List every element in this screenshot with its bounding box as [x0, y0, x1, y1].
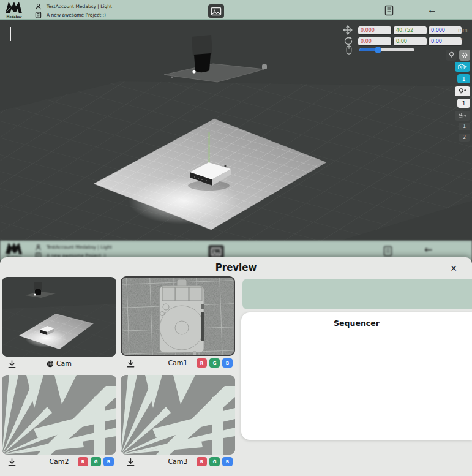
camera-plus-icon — [458, 64, 468, 70]
image-icon — [211, 7, 222, 16]
gear-plus-icon — [458, 112, 467, 119]
image-icon — [211, 247, 222, 257]
rotation-y-input[interactable] — [394, 37, 427, 45]
lightbulb-icon — [448, 51, 455, 59]
cam2-red-button[interactable]: R — [78, 457, 88, 466]
cam1-thumbnail — [122, 278, 235, 356]
gallery-button — [208, 245, 224, 259]
gallery-button[interactable] — [208, 4, 224, 18]
account-label: TestAccount Medabsy | Light — [47, 4, 112, 9]
add-setting-button[interactable] — [455, 111, 470, 121]
position-unit: mm — [458, 28, 468, 33]
document-icon — [384, 5, 394, 16]
rotation-z-input[interactable] — [429, 37, 462, 45]
user-icon — [35, 244, 42, 251]
cam2-tile: Cam2 R G B — [2, 375, 116, 469]
settings-view-button[interactable] — [459, 50, 470, 61]
light-view-button[interactable] — [446, 50, 457, 61]
viewport-canvas[interactable] — [0, 20, 472, 241]
cam3-blue-button[interactable]: B — [222, 457, 233, 466]
position-z-input[interactable] — [429, 26, 462, 34]
cam-scene-thumbnail — [2, 277, 116, 357]
preview-modal: Preview ✕ — [0, 257, 472, 476]
cam1-tile: Cam1 R G B — [121, 276, 235, 371]
cam3-green-button[interactable]: G — [209, 457, 220, 466]
cam2-placeholder — [2, 375, 116, 455]
project-menu[interactable]: A new awesome Project :) — [35, 11, 106, 18]
cam-label-row: Cam — [2, 358, 116, 371]
rotation-unit: ° — [460, 38, 463, 43]
app-window: Medabsy TestAccount Medabsy | Light A ne… — [0, 0, 472, 476]
project-label: A new awesome Project :) — [47, 12, 106, 18]
document-icon — [383, 246, 392, 257]
close-button[interactable]: ✕ — [448, 261, 460, 276]
position-x-input[interactable] — [358, 26, 391, 34]
cam3-placeholder — [121, 375, 235, 455]
add-light-button[interactable] — [455, 86, 470, 96]
back-button: ← — [424, 244, 440, 257]
project-icon — [35, 12, 42, 18]
text-caret — [10, 27, 11, 41]
setting-1-button[interactable]: 1 — [459, 123, 470, 130]
zoom-slider-fill — [359, 48, 376, 51]
cam3-rgb-group: R G B — [197, 457, 233, 466]
medabsy-logo-icon — [5, 242, 23, 254]
cam1-green-button[interactable]: G — [209, 358, 220, 368]
notes-button[interactable] — [383, 5, 394, 17]
cam3-red-button[interactable]: R — [197, 457, 207, 466]
device-top-view — [160, 279, 204, 356]
mouse-icon — [344, 45, 354, 55]
gear-icon — [461, 51, 468, 59]
user-icon — [35, 3, 42, 10]
account-menu[interactable]: TestAccount Medabsy | Light — [35, 2, 112, 10]
sequencer-title: Sequencer — [241, 319, 472, 328]
app-header: Medabsy TestAccount Medabsy | Light A ne… — [0, 0, 472, 20]
add-camera-button[interactable] — [455, 62, 470, 72]
app-logo: Medabsy — [4, 1, 24, 18]
cam2-preview-image[interactable] — [2, 375, 116, 455]
cam2-rgb-group: R G B — [78, 457, 114, 466]
camera-1-button[interactable]: 1 — [457, 74, 470, 83]
rotate-icon — [343, 36, 353, 46]
medabsy-logo-icon — [5, 1, 23, 13]
cam3-preview-image[interactable] — [121, 375, 235, 455]
cam2-label-row: Cam2 R G B — [2, 456, 116, 469]
zoom-slider-handle[interactable] — [375, 47, 381, 53]
setting-2-button[interactable]: 2 — [459, 134, 470, 142]
preview-side-strip — [242, 279, 472, 309]
rotation-x-input[interactable] — [358, 37, 391, 45]
cam3-label-row: Cam3 R G B — [121, 456, 235, 469]
globe-icon — [47, 360, 54, 368]
notes-button — [383, 246, 394, 258]
lightbulb-plus-icon — [458, 88, 467, 95]
cam3-tile: Cam3 R G B — [121, 375, 235, 469]
cam2-green-button[interactable]: G — [91, 457, 101, 466]
cam1-rgb-group: R G B — [197, 358, 233, 368]
modal-title: Preview — [0, 262, 472, 273]
cam-tile: Cam — [2, 277, 116, 371]
cam1-label-row: Cam1 R G B — [121, 357, 235, 371]
cam1-red-button[interactable]: R — [197, 358, 207, 368]
light-1-button[interactable]: 1 — [457, 99, 470, 108]
cam1-preview-image[interactable] — [121, 276, 235, 356]
cam-name: Cam — [2, 360, 116, 368]
sequencer-panel: Sequencer — [241, 312, 472, 440]
logo-text: Medabsy — [4, 15, 24, 18]
cam-preview-image[interactable] — [2, 277, 116, 357]
cam2-blue-button[interactable]: B — [103, 457, 114, 466]
move-icon — [343, 25, 353, 35]
position-y-input[interactable] — [394, 26, 427, 34]
zoom-slider[interactable] — [359, 48, 414, 51]
cam1-blue-button[interactable]: B — [222, 358, 233, 368]
viewport-3d[interactable]: mm ° — [0, 20, 472, 241]
back-button[interactable]: ← — [424, 3, 440, 17]
